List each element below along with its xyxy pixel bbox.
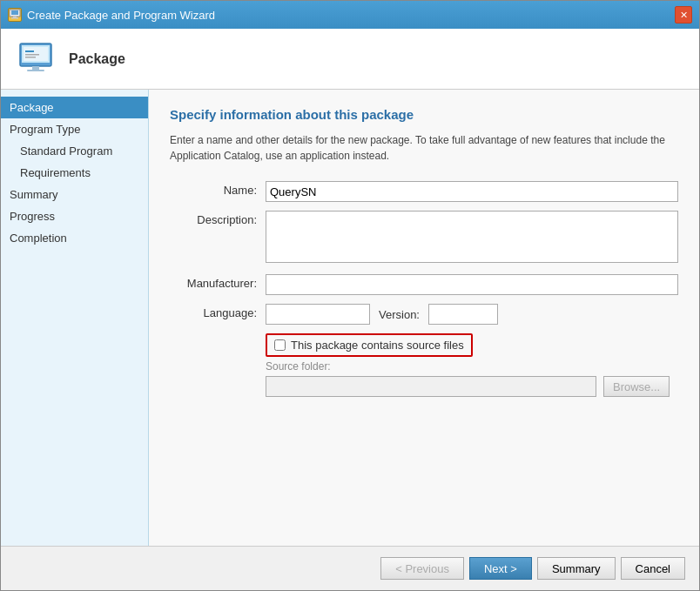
description-row: Description: <box>170 211 678 265</box>
sidebar: Package Program Type Standard Program Re… <box>1 90 149 546</box>
sidebar-item-program-type[interactable]: Program Type <box>1 118 148 140</box>
manufacturer-row: Manufacturer: <box>170 274 678 295</box>
sidebar-item-standard-program[interactable]: Standard Program <box>1 140 148 162</box>
svg-rect-6 <box>32 66 39 70</box>
source-folder-row: Browse... <box>266 376 678 397</box>
svg-rect-1 <box>11 10 18 15</box>
svg-rect-9 <box>25 50 34 52</box>
source-files-checkbox[interactable] <box>274 339 286 351</box>
header-icon-box <box>15 38 57 80</box>
title-bar-left: Create Package and Program Wizard <box>8 8 215 22</box>
footer: < Previous Next > Summary Cancel <box>1 546 699 590</box>
previous-button[interactable]: < Previous <box>380 557 464 580</box>
description-field <box>266 211 678 265</box>
next-button[interactable]: Next > <box>469 557 532 580</box>
checkbox-row: This package contains source files <box>266 333 678 357</box>
name-label: Name: <box>170 181 266 197</box>
sidebar-item-package[interactable]: Package <box>1 97 148 118</box>
lang-ver-row: Language: Version: <box>170 304 678 325</box>
manufacturer-field <box>266 274 678 295</box>
close-button[interactable]: ✕ <box>675 6 692 24</box>
svg-rect-3 <box>11 17 18 19</box>
sidebar-item-requirements[interactable]: Requirements <box>1 162 148 184</box>
lang-ver-inner: Version: <box>266 304 678 325</box>
source-files-label: This package contains source files <box>291 339 464 352</box>
name-field <box>266 181 678 202</box>
description-label: Description: <box>170 211 266 226</box>
summary-button[interactable]: Summary <box>537 557 616 580</box>
sidebar-item-summary[interactable]: Summary <box>1 184 148 205</box>
svg-rect-11 <box>25 57 36 58</box>
manufacturer-input[interactable] <box>266 274 678 295</box>
header-title: Package <box>69 51 125 67</box>
language-label: Language: <box>170 304 266 319</box>
checkbox-highlight-box: This package contains source files <box>266 333 473 357</box>
name-input[interactable] <box>266 181 678 202</box>
name-row: Name: <box>170 181 678 202</box>
computer-icon <box>15 38 57 80</box>
wizard-header: Package <box>1 29 699 90</box>
window-title: Create Package and Program Wizard <box>27 9 215 22</box>
sidebar-item-completion[interactable]: Completion <box>1 227 148 249</box>
svg-rect-2 <box>13 17 17 17</box>
content-area: Package Program Type Standard Program Re… <box>1 90 699 546</box>
version-label: Version: <box>379 308 420 321</box>
svg-rect-10 <box>25 54 39 56</box>
wizard-window: Create Package and Program Wizard ✕ Pack… <box>0 0 700 591</box>
version-input[interactable] <box>428 304 498 325</box>
language-input[interactable] <box>266 304 370 325</box>
main-content: Specify information about this package E… <box>149 90 699 546</box>
lang-ver-field: Version: <box>266 304 678 325</box>
sidebar-item-progress[interactable]: Progress <box>1 205 148 227</box>
browse-button[interactable]: Browse... <box>603 376 670 397</box>
title-bar: Create Package and Program Wizard ✕ <box>1 1 699 29</box>
info-text: Enter a name and other details for the n… <box>170 132 678 164</box>
source-folder-input[interactable] <box>266 376 596 397</box>
description-input[interactable] <box>266 211 678 263</box>
source-folder-label: Source folder: <box>266 360 678 373</box>
svg-rect-7 <box>27 70 44 71</box>
title-bar-icon <box>8 8 22 22</box>
main-title: Specify information about this package <box>170 107 678 122</box>
manufacturer-label: Manufacturer: <box>170 274 266 290</box>
cancel-button[interactable]: Cancel <box>621 557 685 580</box>
